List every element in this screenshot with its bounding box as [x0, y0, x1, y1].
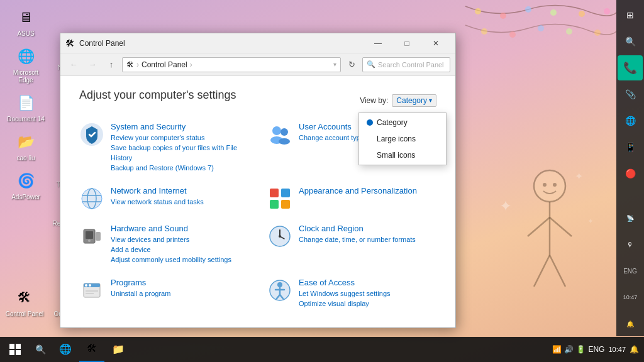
view-by-dropdown-menu: Category Large icons Small icons	[358, 112, 447, 165]
svg-line-14	[550, 217, 572, 236]
dropdown-item-large[interactable]: Large icons	[359, 131, 446, 147]
window-controls: — □ ✕	[364, 33, 450, 53]
desktop-icon-edge[interactable]: 🌐 Microsoft Edge	[4, 43, 48, 87]
category-ease-access: Ease of Access Let Windows suggest setti…	[267, 278, 436, 309]
tray-volume-icon[interactable]: 🔊	[564, 345, 574, 354]
address-separator: ›	[136, 60, 139, 69]
hardware-sound-link-0[interactable]: View devices and printers	[111, 235, 231, 244]
sidebar-browser-icon[interactable]: 🌐	[618, 108, 643, 133]
ease-access-title[interactable]: Ease of Access	[299, 278, 391, 287]
taskbar: 🔍 🌐 🛠 📁 📶 🔊 🔋 ENG 10:47 🔔	[0, 337, 644, 362]
dropdown-chevron-icon: ▾	[429, 97, 432, 104]
hardware-sound-icon	[79, 224, 104, 249]
user-accounts-link-0[interactable]: Change account type	[299, 133, 364, 143]
tray-lang-label[interactable]: ENG	[588, 345, 604, 354]
svg-point-27	[82, 189, 102, 209]
up-button[interactable]: ↑	[103, 57, 119, 73]
taskbar-clock: 10:47	[608, 345, 626, 354]
programs-link-0[interactable]: Uninstall a program	[111, 289, 170, 299]
svg-text:✦: ✦	[499, 197, 512, 214]
hardware-sound-link-1[interactable]: Add a device	[111, 245, 231, 255]
sidebar-windows-icon[interactable]: ⊞	[618, 3, 643, 28]
view-by-dropdown[interactable]: Category ▾	[392, 94, 436, 107]
maximize-button[interactable]: □	[392, 33, 421, 53]
taskbar-app-controlpanel[interactable]: 🛠	[79, 337, 104, 362]
taskbar-app-edge[interactable]: 🌐	[53, 337, 78, 362]
address-separator2: ›	[190, 60, 192, 69]
sidebar-mic-icon[interactable]: 🎙	[618, 232, 643, 257]
system-security-link-1[interactable]: Save backup copies of your files with Fi…	[111, 143, 248, 163]
page-title: Adjust your computer's settings	[79, 89, 236, 102]
user-accounts-title[interactable]: User Accounts	[299, 122, 364, 131]
user-accounts-content: User Accounts Change account type	[299, 122, 364, 143]
view-by-value: Category	[396, 96, 427, 105]
svg-point-9	[566, 28, 572, 35]
svg-point-0	[475, 8, 481, 14]
programs-content: Programs Uninstall a program	[111, 278, 170, 299]
svg-text:✦: ✦	[575, 171, 583, 182]
programs-links: Uninstall a program	[111, 289, 170, 299]
system-security-link-2[interactable]: Backup and Restore (Windows 7)	[111, 163, 248, 173]
clock-region-title[interactable]: Clock and Region	[299, 224, 416, 233]
back-button[interactable]: ←	[65, 57, 82, 73]
deco-lights	[459, 0, 616, 126]
caoliu-icon: 📂	[14, 131, 37, 153]
desktop-icon-controlpanel[interactable]: 🛠 Control Panel	[3, 284, 47, 328]
taskbar-app-filexp[interactable]: 📁	[106, 337, 131, 362]
svg-rect-36	[86, 231, 93, 239]
forward-button[interactable]: →	[84, 57, 101, 73]
doc-icon: 📄	[14, 92, 37, 114]
hardware-sound-link-2[interactable]: Adjust commonly used mobility settings	[111, 255, 231, 265]
network-internet-title[interactable]: Network and Internet	[111, 186, 204, 195]
sidebar-green-icon[interactable]: 📞	[618, 55, 643, 80]
ease-access-link-0[interactable]: Let Windows suggest settings	[299, 289, 391, 299]
sidebar-device-icon[interactable]: 📱	[618, 134, 643, 160]
network-internet-link-0[interactable]: View network status and tasks	[111, 197, 204, 207]
svg-rect-34	[281, 200, 290, 209]
svg-point-24	[280, 128, 288, 136]
svg-point-5	[604, 8, 610, 14]
search-box[interactable]: 🔍 Search Control Panel	[362, 57, 450, 72]
desktop: HINH	[0, 0, 644, 362]
tray-wifi-icon[interactable]: 📶	[552, 345, 562, 354]
dropdown-item-category[interactable]: Category	[359, 114, 446, 131]
programs-title[interactable]: Programs	[111, 278, 170, 287]
start-button[interactable]	[0, 337, 30, 362]
sidebar-wifi-icon[interactable]: 📡	[618, 206, 643, 231]
ease-access-link-1[interactable]: Optimize visual display	[299, 299, 391, 309]
sidebar-notif-icon[interactable]: 🔔	[618, 311, 643, 336]
sidebar-red-icon[interactable]: 🔴	[618, 161, 643, 186]
caoliu-label: cao liu	[17, 155, 35, 162]
appearance-title[interactable]: Appearance and Personalization	[299, 186, 417, 195]
category-clock-region: Clock and Region Change date, time, or n…	[267, 224, 436, 265]
sidebar-search-icon[interactable]: 🔍	[618, 29, 643, 54]
desktop-icon-doc14[interactable]: 📄 Document 14	[4, 89, 48, 126]
dropdown-small-label: Small icons	[377, 151, 415, 160]
close-button[interactable]: ✕	[421, 33, 450, 53]
minimize-button[interactable]: —	[364, 33, 392, 53]
system-security-title[interactable]: System and Security	[111, 122, 248, 131]
address-bar[interactable]: 🛠 › Control Panel › ▾	[122, 57, 341, 72]
tray-icons: 📶 🔊 🔋 ENG	[552, 345, 604, 354]
sidebar-eng-label[interactable]: ENG	[618, 258, 643, 283]
appearance-content: Appearance and Personalization	[299, 186, 417, 195]
clock-region-link-0[interactable]: Change date, time, or number formats	[299, 235, 416, 244]
taskbar-search-button[interactable]: 🔍	[30, 337, 50, 362]
svg-point-46	[89, 284, 91, 287]
ease-access-icon	[267, 278, 292, 303]
radio-empty2-icon	[367, 152, 373, 158]
hardware-sound-links: View devices and printers Add a device A…	[111, 235, 231, 265]
svg-line-16	[550, 255, 565, 287]
tray-battery-icon[interactable]: 🔋	[576, 345, 586, 354]
desktop-icon-asus[interactable]: 🖥 ASUS	[4, 4, 48, 40]
desktop-icon-adspower[interactable]: 🌀 AdsPower	[4, 167, 48, 204]
hardware-sound-title[interactable]: Hardware and Sound	[111, 224, 231, 233]
sidebar-office-icon[interactable]: 📎	[618, 82, 643, 107]
bg-drawing: ✦ ✦ ✦	[487, 148, 613, 337]
dropdown-item-small[interactable]: Small icons	[359, 147, 446, 163]
refresh-button[interactable]: ↻	[343, 57, 360, 73]
radio-selected-icon	[367, 119, 373, 126]
tray-notification-icon[interactable]: 🔔	[630, 345, 639, 354]
system-security-link-0[interactable]: Review your computer's status	[111, 133, 248, 143]
desktop-icon-caoliu[interactable]: 📂 cao liu	[4, 128, 48, 165]
